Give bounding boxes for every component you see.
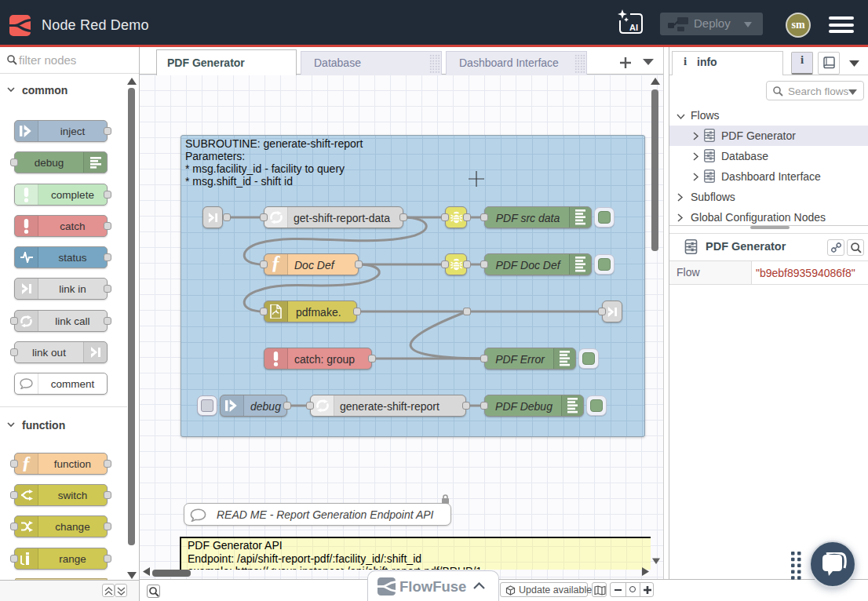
svg-text:AI: AI — [629, 23, 638, 32]
